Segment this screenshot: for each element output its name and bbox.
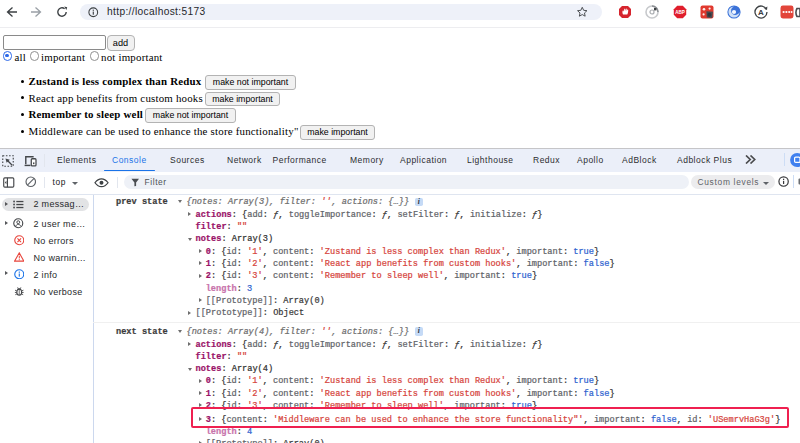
svg-text:ABP: ABP	[675, 10, 685, 15]
svg-text:A: A	[758, 8, 764, 17]
